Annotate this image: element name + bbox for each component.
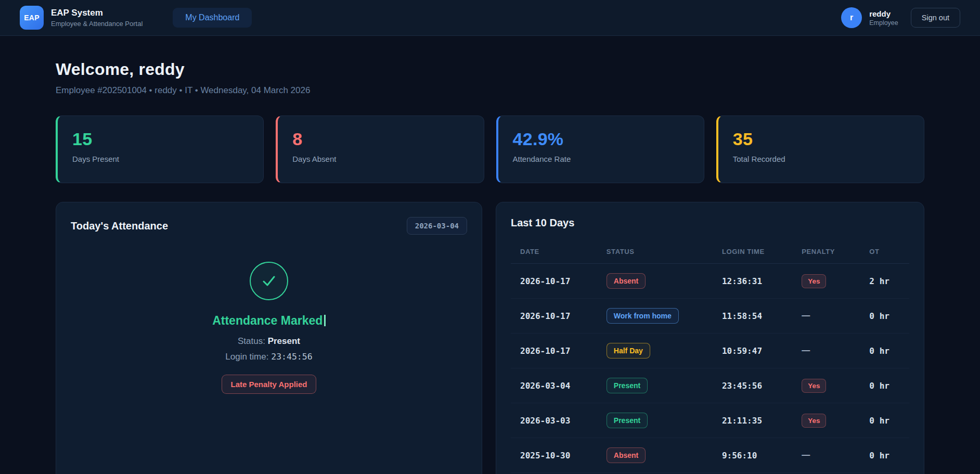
column-header-login-time: LOGIN TIME xyxy=(722,240,802,264)
stat-label: Days Present xyxy=(72,155,249,163)
login-time-line: Login time: 23:45:56 xyxy=(225,352,312,362)
checkmark-icon xyxy=(260,272,278,290)
date-chip: 2026-03-04 xyxy=(407,217,467,235)
cell-ot: 0 hr xyxy=(869,438,909,473)
status-badge: Present xyxy=(607,378,648,393)
stat-card-days-absent: 8 Days Absent xyxy=(276,116,484,183)
typing-cursor xyxy=(324,315,326,326)
employee-meta: Employee #202501004 • reddy • IT • Wedne… xyxy=(56,85,924,96)
login-time-label: Login time: xyxy=(225,352,268,362)
app-logo-text: EAP xyxy=(24,14,40,22)
table-row: 2026-10-17 Work from home 11:58:54 — 0 h… xyxy=(511,299,909,334)
attendance-marked-text: Attendance Marked xyxy=(212,314,323,327)
status-badge: Work from home xyxy=(607,308,679,324)
stat-card-total-recorded: 35 Total Recorded xyxy=(716,116,924,183)
penalty-badge: — xyxy=(802,311,810,320)
table-row: 2026-10-17 Half Day 10:59:47 — 0 hr xyxy=(511,334,909,368)
user-area: r reddy Employee Sign out xyxy=(841,7,960,28)
todays-attendance-title: Today's Attendance xyxy=(71,220,168,232)
cell-date: 2026-10-17 xyxy=(511,334,607,368)
penalty-badge: Yes xyxy=(802,414,826,428)
avatar-initial: r xyxy=(850,13,853,22)
attendance-history-table: DATE STATUS LOGIN TIME PENALTY OT 2026-1… xyxy=(511,240,909,474)
cell-date: 2026-03-03 xyxy=(511,403,607,438)
last-10-days-title: Last 10 Days xyxy=(511,217,574,229)
cell-login-time: 9:56:10 xyxy=(722,438,802,473)
table-row: 2026-03-03 Present 21:11:35 Yes 0 hr xyxy=(511,403,909,438)
cell-ot: 0 hr xyxy=(869,403,909,438)
stats-row: 15 Days Present 8 Days Absent 42.9% Atte… xyxy=(56,116,924,183)
app-subtitle: Employee & Attendance Portal xyxy=(51,20,143,28)
table-row: 2026-10-17 Absent 12:36:31 Yes 2 hr xyxy=(511,264,909,299)
last-10-days-card: Last 10 Days DATE STATUS LOGIN TIME PENA… xyxy=(496,202,924,474)
penalty-badge: — xyxy=(802,451,810,459)
user-name: reddy xyxy=(869,9,898,18)
login-time-value: 23:45:56 xyxy=(271,352,312,362)
penalty-badge: Yes xyxy=(802,379,826,393)
cell-date: 2025-10-30 xyxy=(511,438,607,473)
cell-login-time: 10:59:47 xyxy=(722,334,802,368)
cell-ot: 2 hr xyxy=(869,264,909,299)
status-badge: Absent xyxy=(607,447,646,463)
table-header-row: DATE STATUS LOGIN TIME PENALTY OT xyxy=(511,240,909,264)
top-header: EAP EAP System Employee & Attendance Por… xyxy=(0,0,980,36)
stat-label: Days Absent xyxy=(292,155,469,163)
status-badge: Absent xyxy=(607,273,646,289)
penalty-badge: Yes xyxy=(802,274,826,288)
status-line: Status: Present xyxy=(238,336,300,347)
cell-ot: 0 hr xyxy=(869,368,909,403)
cell-status: Present xyxy=(607,368,722,403)
attendance-success-circle xyxy=(250,262,288,300)
column-header-date: DATE xyxy=(511,240,607,264)
todays-attendance-card: Today's Attendance 2026-03-04 Attendance… xyxy=(56,202,482,474)
user-role: Employee xyxy=(869,19,898,27)
stat-card-attendance-rate: 42.9% Attendance Rate xyxy=(496,116,704,183)
stat-label: Attendance Rate xyxy=(513,155,689,163)
cell-status: Absent xyxy=(607,438,722,473)
column-header-status: STATUS xyxy=(607,240,722,264)
cell-penalty: Yes xyxy=(802,403,869,438)
cell-status: Work from home xyxy=(607,299,722,334)
stat-value: 35 xyxy=(733,129,909,149)
cell-login-time: 12:36:31 xyxy=(722,264,802,299)
status-label: Status: xyxy=(238,336,265,346)
main-content: Welcome, reddy Employee #202501004 • red… xyxy=(0,36,980,474)
nav-my-dashboard[interactable]: My Dashboard xyxy=(173,8,252,28)
user-avatar[interactable]: r xyxy=(841,7,862,28)
stat-value: 8 xyxy=(292,129,469,149)
cell-login-time: 11:58:54 xyxy=(722,299,802,334)
cell-penalty: Yes xyxy=(802,368,869,403)
cell-status: Absent xyxy=(607,264,722,299)
cell-penalty: — xyxy=(802,438,869,473)
sign-out-button[interactable]: Sign out xyxy=(911,8,960,28)
table-row: 2026-03-04 Present 23:45:56 Yes 0 hr xyxy=(511,368,909,403)
table-row: 2025-10-30 Absent 9:56:10 — 0 hr xyxy=(511,438,909,473)
cell-login-time: 21:11:35 xyxy=(722,403,802,438)
stat-value: 42.9% xyxy=(513,129,689,149)
status-badge: Half Day xyxy=(607,343,650,358)
cell-penalty: — xyxy=(802,334,869,368)
cell-date: 2026-10-17 xyxy=(511,299,607,334)
app-brand: EAP EAP System Employee & Attendance Por… xyxy=(20,6,143,30)
status-value: Present xyxy=(268,336,300,346)
cell-penalty: — xyxy=(802,299,869,334)
stat-card-days-present: 15 Days Present xyxy=(56,116,264,183)
stat-value: 15 xyxy=(72,129,249,149)
cell-status: Half Day xyxy=(607,334,722,368)
cell-date: 2026-10-17 xyxy=(511,264,607,299)
penalty-badge: — xyxy=(802,346,810,355)
status-badge: Present xyxy=(607,413,648,428)
column-header-ot: OT xyxy=(869,240,909,264)
cell-date: 2026-03-04 xyxy=(511,368,607,403)
app-title: EAP System xyxy=(51,8,143,18)
cell-login-time: 23:45:56 xyxy=(722,368,802,403)
page-title: Welcome, reddy xyxy=(56,60,924,79)
cell-status: Present xyxy=(607,403,722,438)
stat-label: Total Recorded xyxy=(733,155,909,163)
panels-row: Today's Attendance 2026-03-04 Attendance… xyxy=(56,202,924,474)
app-logo: EAP xyxy=(20,6,44,30)
main-nav: My Dashboard xyxy=(173,8,252,28)
column-header-penalty: PENALTY xyxy=(802,240,869,264)
cell-ot: 0 hr xyxy=(869,299,909,334)
cell-ot: 0 hr xyxy=(869,334,909,368)
